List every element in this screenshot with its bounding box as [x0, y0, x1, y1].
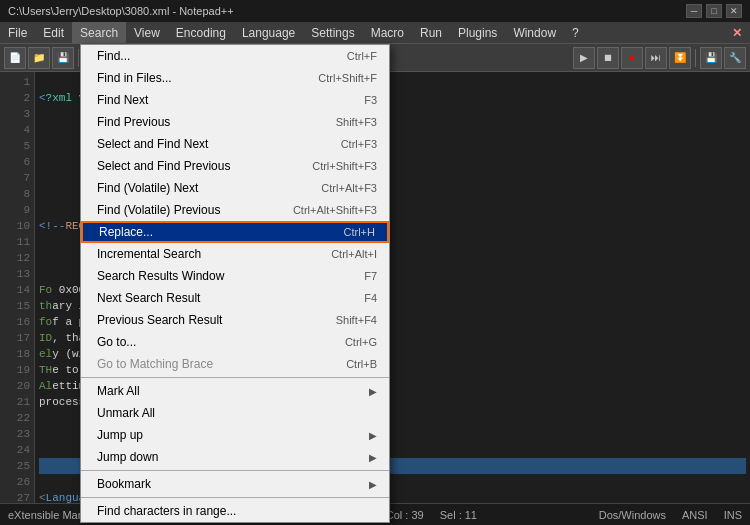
chevron-right-icon-2: ▶: [369, 430, 377, 441]
menu-search[interactable]: Search: [72, 22, 126, 43]
menu-incremental-search-shortcut: Ctrl+Alt+I: [331, 248, 377, 260]
menu-find-in-files[interactable]: Find in Files... Ctrl+Shift+F: [81, 67, 389, 89]
menu-find-volatile-next-label: Find (Volatile) Next: [97, 181, 198, 195]
toolbar-btn-g[interactable]: 🔧: [724, 47, 746, 69]
menu-unmark-all-label: Unmark All: [97, 406, 155, 420]
menu-select-find-prev-label: Select and Find Previous: [97, 159, 230, 173]
chevron-right-icon-3: ▶: [369, 452, 377, 463]
status-line-ending: Dos/Windows: [599, 509, 666, 521]
menu-bookmark[interactable]: Bookmark ▶: [81, 473, 389, 495]
menu-find-previous-shortcut: Shift+F3: [336, 116, 377, 128]
menu-find-chars-range-label: Find characters in range...: [97, 504, 236, 518]
menu-language[interactable]: Language: [234, 22, 303, 43]
menu-jump-down-label: Jump down: [97, 450, 158, 464]
line-23: 23: [4, 426, 30, 442]
toolbar-btn-f[interactable]: 💾: [700, 47, 722, 69]
menu-edit[interactable]: Edit: [35, 22, 72, 43]
line-20: 20: [4, 378, 30, 394]
menu-next-search-result[interactable]: Next Search Result F4: [81, 287, 389, 309]
line-4: 4: [4, 122, 30, 138]
menu-mark-all-label: Mark All: [97, 384, 140, 398]
menu-file[interactable]: File: [0, 22, 35, 43]
menu-find-chars-range[interactable]: Find characters in range...: [81, 500, 389, 522]
menu-find-previous[interactable]: Find Previous Shift+F3: [81, 111, 389, 133]
menu-encoding[interactable]: Encoding: [168, 22, 234, 43]
menu-select-find-prev[interactable]: Select and Find Previous Ctrl+Shift+F3: [81, 155, 389, 177]
line-7: 7: [4, 170, 30, 186]
menu-find-volatile-prev-label: Find (Volatile) Previous: [97, 203, 220, 217]
menu-select-find-next[interactable]: Select and Find Next Ctrl+F3: [81, 133, 389, 155]
menu-jump-up[interactable]: Jump up ▶: [81, 424, 389, 446]
line-12: 12: [4, 250, 30, 266]
menu-find[interactable]: Find... Ctrl+F: [81, 45, 389, 67]
status-sel: Sel : 11: [440, 509, 477, 521]
menu-close-x[interactable]: ✕: [724, 22, 750, 43]
chevron-right-icon-4: ▶: [369, 479, 377, 490]
toolbar-btn-b[interactable]: ⏹: [597, 47, 619, 69]
toolbar-btn-e[interactable]: ⏬: [669, 47, 691, 69]
menu-search-results-label: Search Results Window: [97, 269, 224, 283]
menu-replace-label: Replace...: [99, 225, 153, 239]
toolbar-save[interactable]: 💾: [52, 47, 74, 69]
line-10: 10: [4, 218, 30, 234]
menu-plugins[interactable]: Plugins: [450, 22, 505, 43]
dropdown-sep2: [81, 470, 389, 471]
line-8: 8: [4, 186, 30, 202]
line-15: 15: [4, 298, 30, 314]
toolbar-btn-c[interactable]: ●: [621, 47, 643, 69]
minimize-button[interactable]: ─: [686, 4, 702, 18]
menu-search-results-shortcut: F7: [364, 270, 377, 282]
menu-help[interactable]: ?: [564, 22, 587, 43]
menu-bar: File Edit Search View Encoding Language …: [0, 22, 750, 44]
menu-incremental-search-label: Incremental Search: [97, 247, 201, 261]
line-14: 14: [4, 282, 30, 298]
line-17: 17: [4, 330, 30, 346]
menu-goto-matching-brace-label: Go to Matching Brace: [97, 357, 213, 371]
menu-find-next[interactable]: Find Next F3: [81, 89, 389, 111]
menu-find-volatile-prev[interactable]: Find (Volatile) Previous Ctrl+Alt+Shift+…: [81, 199, 389, 221]
line-1: 1: [4, 74, 30, 90]
line-5: 5: [4, 138, 30, 154]
menu-macro[interactable]: Macro: [363, 22, 412, 43]
toolbar-btn-a[interactable]: ▶: [573, 47, 595, 69]
menu-replace[interactable]: Replace... Ctrl+H: [81, 221, 389, 243]
menu-unmark-all[interactable]: Unmark All: [81, 402, 389, 424]
menu-select-find-next-shortcut: Ctrl+F3: [341, 138, 377, 150]
line-21: 21: [4, 394, 30, 410]
close-button[interactable]: ✕: [726, 4, 742, 18]
toolbar-btn-d[interactable]: ⏭: [645, 47, 667, 69]
menu-goto-label: Go to...: [97, 335, 136, 349]
menu-replace-shortcut: Ctrl+H: [344, 226, 375, 238]
line-24: 24: [4, 442, 30, 458]
line-26: 26: [4, 474, 30, 490]
menu-incremental-search[interactable]: Incremental Search Ctrl+Alt+I: [81, 243, 389, 265]
menu-previous-search-result-shortcut: Shift+F4: [336, 314, 377, 326]
dropdown-sep1: [81, 377, 389, 378]
menu-run[interactable]: Run: [412, 22, 450, 43]
line-numbers: 1 2 3 4 5 6 7 8 9 10 11 12 13 14 15 16 1…: [0, 72, 35, 503]
menu-search-results-window[interactable]: Search Results Window F7: [81, 265, 389, 287]
line-13: 13: [4, 266, 30, 282]
toolbar-sep3: [695, 49, 696, 67]
menu-goto[interactable]: Go to... Ctrl+G: [81, 331, 389, 353]
line-11: 11: [4, 234, 30, 250]
maximize-button[interactable]: □: [706, 4, 722, 18]
line-27: 27: [4, 490, 30, 503]
menu-find-volatile-next-shortcut: Ctrl+Alt+F3: [321, 182, 377, 194]
menu-find-volatile-next[interactable]: Find (Volatile) Next Ctrl+Alt+F3: [81, 177, 389, 199]
title-bar: C:\Users\Jerry\Desktop\3080.xml - Notepa…: [0, 0, 750, 22]
menu-find-in-files-label: Find in Files...: [97, 71, 172, 85]
menu-jump-down[interactable]: Jump down ▶: [81, 446, 389, 468]
menu-previous-search-result[interactable]: Previous Search Result Shift+F4: [81, 309, 389, 331]
menu-find-in-files-shortcut: Ctrl+Shift+F: [318, 72, 377, 84]
menu-settings[interactable]: Settings: [303, 22, 362, 43]
toolbar-new[interactable]: 📄: [4, 47, 26, 69]
toolbar-open[interactable]: 📁: [28, 47, 50, 69]
menu-mark-all[interactable]: Mark All ▶: [81, 380, 389, 402]
status-col: Col : 39: [386, 509, 424, 521]
menu-view[interactable]: View: [126, 22, 168, 43]
line-25: 25: [4, 458, 30, 474]
menu-find-next-label: Find Next: [97, 93, 148, 107]
menu-window[interactable]: Window: [505, 22, 564, 43]
menu-find-next-shortcut: F3: [364, 94, 377, 106]
